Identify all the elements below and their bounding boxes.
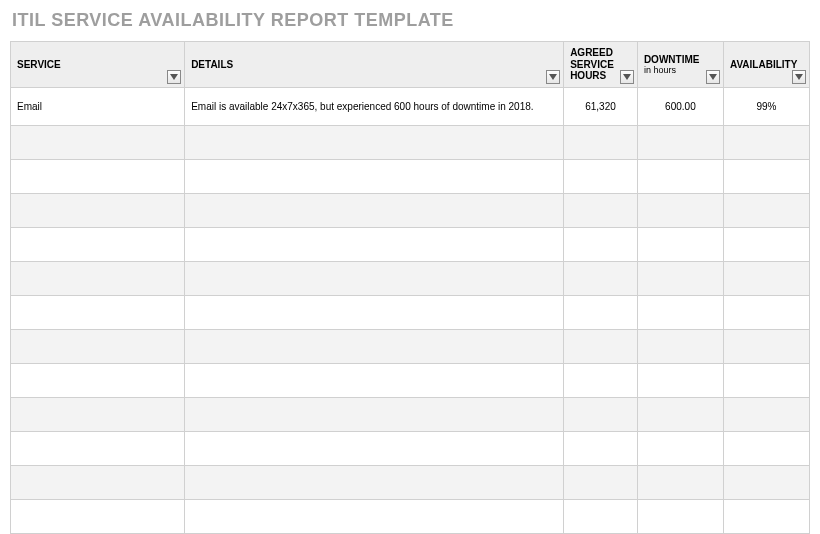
cell-agreed-hours[interactable] [564, 126, 638, 160]
cell-availability[interactable] [723, 126, 809, 160]
cell-downtime[interactable] [637, 330, 723, 364]
cell-agreed-hours[interactable] [564, 398, 638, 432]
filter-button-service[interactable] [167, 70, 181, 84]
cell-downtime[interactable] [637, 432, 723, 466]
cell-details[interactable]: Email is available 24x7x365, but experie… [185, 88, 564, 126]
cell-agreed-hours[interactable] [564, 228, 638, 262]
cell-downtime[interactable] [637, 228, 723, 262]
cell-details[interactable] [185, 432, 564, 466]
cell-agreed-hours[interactable] [564, 194, 638, 228]
table-row [11, 364, 810, 398]
cell-details[interactable] [185, 330, 564, 364]
availability-table: SERVICE DETAILS AGREED SERVICE HOURS [10, 41, 810, 534]
cell-availability[interactable] [723, 398, 809, 432]
cell-service[interactable] [11, 296, 185, 330]
header-availability-label: AVAILABILITY [730, 59, 797, 70]
cell-agreed-hours[interactable] [564, 364, 638, 398]
chevron-down-icon [170, 74, 178, 80]
page-title: ITIL SERVICE AVAILABILITY REPORT TEMPLAT… [10, 4, 810, 41]
svg-marker-4 [795, 74, 803, 80]
cell-service[interactable]: Email [11, 88, 185, 126]
filter-button-agreed-hours[interactable] [620, 70, 634, 84]
header-details: DETAILS [185, 42, 564, 88]
cell-agreed-hours[interactable] [564, 296, 638, 330]
filter-button-downtime[interactable] [706, 70, 720, 84]
cell-availability[interactable] [723, 160, 809, 194]
cell-details[interactable] [185, 228, 564, 262]
header-service: SERVICE [11, 42, 185, 88]
cell-agreed-hours[interactable]: 61,320 [564, 88, 638, 126]
chevron-down-icon [549, 74, 557, 80]
cell-downtime[interactable] [637, 126, 723, 160]
header-details-label: DETAILS [191, 59, 233, 70]
filter-button-details[interactable] [546, 70, 560, 84]
cell-downtime[interactable] [637, 398, 723, 432]
cell-details[interactable] [185, 364, 564, 398]
cell-details[interactable] [185, 160, 564, 194]
cell-service[interactable] [11, 228, 185, 262]
cell-service[interactable] [11, 194, 185, 228]
cell-agreed-hours[interactable] [564, 330, 638, 364]
cell-service[interactable] [11, 466, 185, 500]
table-row [11, 330, 810, 364]
chevron-down-icon [795, 74, 803, 80]
cell-service[interactable] [11, 160, 185, 194]
cell-availability[interactable] [723, 330, 809, 364]
table-row [11, 228, 810, 262]
cell-availability[interactable]: 99% [723, 88, 809, 126]
header-availability: AVAILABILITY [723, 42, 809, 88]
cell-downtime[interactable] [637, 262, 723, 296]
cell-details[interactable] [185, 296, 564, 330]
cell-downtime[interactable] [637, 500, 723, 534]
cell-downtime[interactable] [637, 296, 723, 330]
cell-downtime[interactable] [637, 364, 723, 398]
cell-details[interactable] [185, 398, 564, 432]
cell-service[interactable] [11, 330, 185, 364]
cell-availability[interactable] [723, 432, 809, 466]
cell-downtime[interactable] [637, 466, 723, 500]
cell-service[interactable] [11, 364, 185, 398]
svg-marker-0 [170, 74, 178, 80]
cell-downtime[interactable] [637, 194, 723, 228]
table-header-row: SERVICE DETAILS AGREED SERVICE HOURS [11, 42, 810, 88]
cell-service[interactable] [11, 500, 185, 534]
cell-agreed-hours[interactable] [564, 500, 638, 534]
table-row [11, 398, 810, 432]
cell-service[interactable] [11, 432, 185, 466]
cell-details[interactable] [185, 262, 564, 296]
header-agreed-hours: AGREED SERVICE HOURS [564, 42, 638, 88]
cell-agreed-hours[interactable] [564, 466, 638, 500]
table-row [11, 160, 810, 194]
header-service-label: SERVICE [17, 59, 61, 70]
svg-marker-2 [623, 74, 631, 80]
cell-availability[interactable] [723, 194, 809, 228]
table-row [11, 500, 810, 534]
table-row [11, 194, 810, 228]
cell-service[interactable] [11, 262, 185, 296]
cell-service[interactable] [11, 126, 185, 160]
cell-agreed-hours[interactable] [564, 262, 638, 296]
cell-availability[interactable] [723, 466, 809, 500]
filter-button-availability[interactable] [792, 70, 806, 84]
table-row: EmailEmail is available 24x7x365, but ex… [11, 88, 810, 126]
cell-service[interactable] [11, 398, 185, 432]
table-body: EmailEmail is available 24x7x365, but ex… [11, 88, 810, 535]
cell-details[interactable] [185, 500, 564, 534]
cell-availability[interactable] [723, 296, 809, 330]
cell-availability[interactable] [723, 262, 809, 296]
cell-availability[interactable] [723, 228, 809, 262]
chevron-down-icon [709, 74, 717, 80]
cell-agreed-hours[interactable] [564, 160, 638, 194]
cell-downtime[interactable] [637, 160, 723, 194]
cell-availability[interactable] [723, 500, 809, 534]
cell-details[interactable] [185, 126, 564, 160]
header-agreed-hours-l3: HOURS [570, 70, 606, 81]
cell-downtime[interactable]: 600.00 [637, 88, 723, 126]
cell-details[interactable] [185, 194, 564, 228]
cell-availability[interactable] [723, 364, 809, 398]
header-downtime: DOWNTIME in hours [637, 42, 723, 88]
cell-agreed-hours[interactable] [564, 432, 638, 466]
svg-marker-1 [549, 74, 557, 80]
cell-details[interactable] [185, 466, 564, 500]
header-downtime-label: DOWNTIME [644, 54, 700, 65]
